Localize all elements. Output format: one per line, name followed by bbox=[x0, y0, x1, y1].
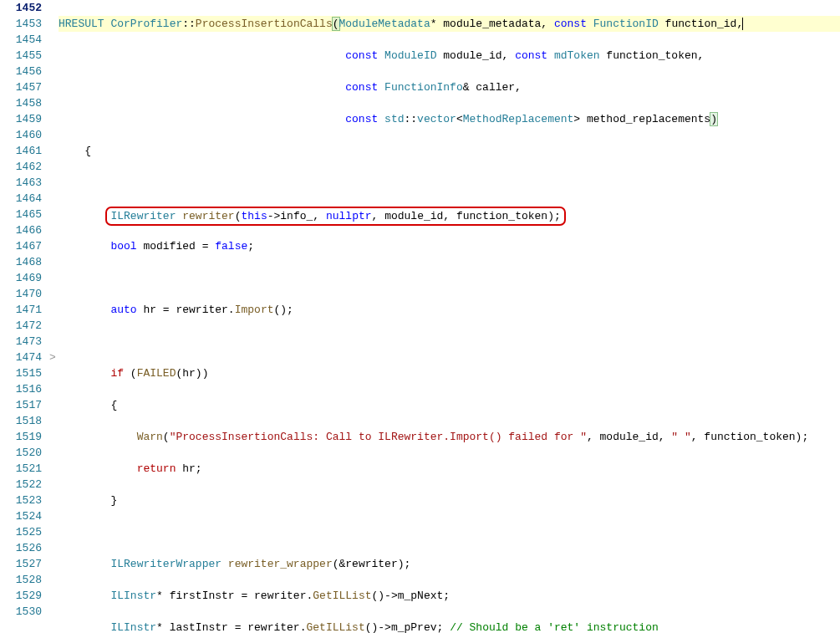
code-line[interactable]: const std::vector<MethodReplacement> met… bbox=[59, 111, 840, 127]
line-number[interactable]: 1463 bbox=[0, 175, 42, 191]
code-line[interactable]: Warn("ProcessInsertionCalls: Call to ILR… bbox=[59, 429, 840, 445]
line-number[interactable]: 1470 bbox=[0, 286, 42, 302]
line-number[interactable]: 1472 bbox=[0, 318, 42, 334]
line-number-gutter: 1452 1453 1454 1455 1456 1457 1458 1459 … bbox=[0, 0, 47, 633]
line-number[interactable]: 1460 bbox=[0, 127, 42, 143]
line-number[interactable]: 1462 bbox=[0, 159, 42, 175]
line-number[interactable]: 1457 bbox=[0, 79, 42, 95]
code-line[interactable]: { bbox=[59, 143, 840, 159]
line-number[interactable]: 1454 bbox=[0, 32, 42, 48]
code-line[interactable]: ILRewriter rewriter(this->info_, nullptr… bbox=[59, 207, 840, 222]
line-number[interactable]: 1524 bbox=[0, 508, 42, 524]
line-number[interactable]: 1523 bbox=[0, 493, 42, 508]
code-line[interactable]: ILInstr* lastInstr = rewriter.GetILList(… bbox=[59, 620, 840, 633]
code-editor[interactable]: 1452 1453 1454 1455 1456 1457 1458 1459 … bbox=[0, 0, 840, 633]
code-line[interactable]: auto hr = rewriter.Import(); bbox=[59, 302, 840, 318]
fold-column: > bbox=[47, 0, 59, 633]
line-number[interactable]: 1528 bbox=[0, 572, 42, 588]
line-number[interactable]: 1527 bbox=[0, 556, 42, 572]
line-number[interactable]: 1530 bbox=[0, 604, 42, 620]
line-number[interactable]: 1466 bbox=[0, 222, 42, 238]
line-number[interactable]: 1469 bbox=[0, 270, 42, 286]
line-number[interactable]: 1474 bbox=[0, 350, 42, 365]
line-number[interactable]: 1468 bbox=[0, 254, 42, 270]
line-number[interactable]: 1521 bbox=[0, 461, 42, 477]
fold-expand-icon[interactable]: > bbox=[47, 350, 59, 365]
line-number[interactable]: 1452 bbox=[0, 0, 42, 16]
code-line[interactable]: return hr; bbox=[59, 461, 840, 477]
line-number[interactable]: 1529 bbox=[0, 588, 42, 604]
line-number[interactable]: 1517 bbox=[0, 397, 42, 413]
code-line[interactable]: ILRewriterWrapper rewriter_wrapper(&rewr… bbox=[59, 556, 840, 572]
code-line[interactable]: bool modified = false; bbox=[59, 238, 840, 254]
line-number[interactable]: 1455 bbox=[0, 48, 42, 64]
line-number[interactable]: 1473 bbox=[0, 334, 42, 350]
line-number[interactable]: 1522 bbox=[0, 477, 42, 493]
line-number[interactable]: 1456 bbox=[0, 64, 42, 79]
line-number[interactable]: 1526 bbox=[0, 540, 42, 556]
code-line[interactable]: const ModuleID module_id, const mdToken … bbox=[59, 48, 840, 64]
code-line[interactable] bbox=[59, 175, 840, 191]
code-line[interactable]: if (FAILED(hr)) bbox=[59, 365, 840, 381]
code-line[interactable]: { bbox=[59, 397, 840, 413]
line-number[interactable]: 1519 bbox=[0, 429, 42, 445]
line-number bbox=[0, 620, 42, 633]
highlighted-expression: ILRewriter rewriter(this->info_, nullptr… bbox=[105, 207, 565, 226]
line-number[interactable]: 1459 bbox=[0, 111, 42, 127]
code-line[interactable]: HRESULT CorProfiler::ProcessInsertionCal… bbox=[59, 16, 840, 32]
line-number[interactable]: 1518 bbox=[0, 413, 42, 429]
code-line[interactable] bbox=[59, 524, 840, 540]
line-number[interactable]: 1464 bbox=[0, 191, 42, 207]
code-line[interactable]: } bbox=[59, 493, 840, 508]
code-line[interactable]: const FunctionInfo& caller, bbox=[59, 79, 840, 95]
code-line[interactable] bbox=[59, 270, 840, 286]
line-number[interactable]: 1453 bbox=[0, 16, 42, 32]
code-line[interactable]: ILInstr* firstInstr = rewriter.GetILList… bbox=[59, 588, 840, 604]
line-number[interactable]: 1467 bbox=[0, 238, 42, 254]
line-number[interactable]: 1465 bbox=[0, 207, 42, 222]
line-number[interactable]: 1516 bbox=[0, 381, 42, 397]
line-number[interactable]: 1461 bbox=[0, 143, 42, 159]
code-area[interactable]: HRESULT CorProfiler::ProcessInsertionCal… bbox=[59, 0, 840, 633]
line-number[interactable]: 1525 bbox=[0, 524, 42, 540]
line-number[interactable]: 1520 bbox=[0, 445, 42, 461]
line-number[interactable]: 1471 bbox=[0, 302, 42, 318]
line-number[interactable]: 1515 bbox=[0, 365, 42, 381]
code-line[interactable] bbox=[59, 334, 840, 350]
line-number[interactable]: 1458 bbox=[0, 95, 42, 111]
